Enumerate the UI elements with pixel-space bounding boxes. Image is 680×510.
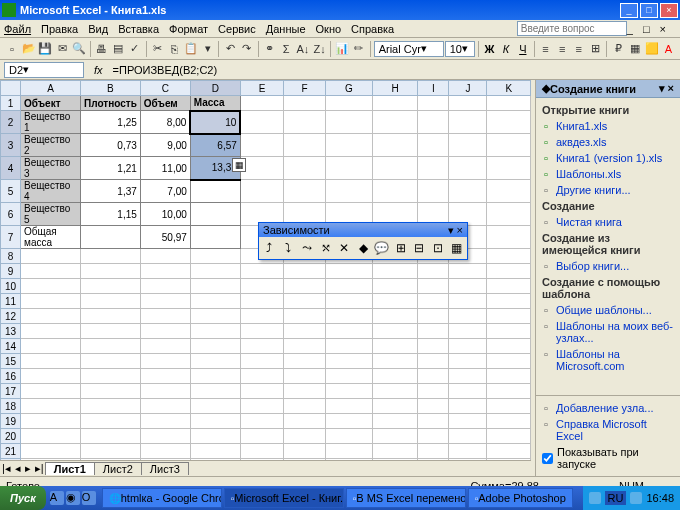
cell[interactable]: 50,97 <box>140 226 190 249</box>
link-template[interactable]: Шаблоны на Microsoft.com <box>542 346 674 374</box>
col-D[interactable]: D <box>190 81 240 96</box>
remove-precedents-icon[interactable]: ⤵ <box>280 239 297 257</box>
borders-icon[interactable]: ▦ <box>627 40 643 58</box>
link-template[interactable]: Шаблоны на моих веб-узлах... <box>542 318 674 346</box>
redo-icon[interactable]: ↷ <box>239 40 255 58</box>
menu-window[interactable]: Окно <box>316 23 342 35</box>
open-icon[interactable]: 📂 <box>21 40 37 58</box>
float-title[interactable]: Зависимости▾ × <box>259 223 467 237</box>
undo-icon[interactable]: ↶ <box>222 40 238 58</box>
link-choose-book[interactable]: Выбор книги... <box>542 258 674 274</box>
cell[interactable]: Вещество 2 <box>21 134 81 157</box>
align-left-icon[interactable]: ≡ <box>538 40 554 58</box>
col-I[interactable]: I <box>418 81 449 96</box>
tray-icon[interactable] <box>589 492 601 504</box>
col-B[interactable]: B <box>81 81 141 96</box>
link-file[interactable]: Шаблоны.xls <box>542 166 674 182</box>
menu-edit[interactable]: Правка <box>41 23 78 35</box>
cell[interactable]: Вещество 3 <box>21 157 81 180</box>
sum-icon[interactable]: Σ <box>278 40 294 58</box>
trace-error-icon[interactable]: ◆ <box>355 239 372 257</box>
cell-D3[interactable]: 6,57 <box>190 134 240 157</box>
copy-icon[interactable]: ⎘ <box>166 40 182 58</box>
evaluate-icon[interactable]: ▦ <box>448 239 465 257</box>
spreadsheet-grid[interactable]: A B C D E F G H I J K 1ОбъектПлотностьОб… <box>0 80 531 460</box>
taskbar-item[interactable]: ▫ Adobe Photoshop <box>468 488 573 508</box>
autofill-smarttag-icon[interactable]: ▦ <box>232 158 246 172</box>
chart-icon[interactable]: 📊 <box>334 40 350 58</box>
cell[interactable]: Вещество 4 <box>21 180 81 203</box>
col-H[interactable]: H <box>372 81 417 96</box>
cell[interactable] <box>190 226 240 249</box>
link-add-node[interactable]: Добавление узла... <box>542 400 674 416</box>
col-G[interactable]: G <box>325 81 372 96</box>
cell[interactable]: Объем <box>140 96 190 111</box>
row-2[interactable]: 2 <box>1 111 21 134</box>
bold-icon[interactable]: Ж <box>482 40 498 58</box>
fx-icon[interactable]: fx <box>94 64 103 76</box>
tab-sheet1[interactable]: Лист1 <box>45 462 95 475</box>
doc-close-button[interactable]: × <box>660 23 666 35</box>
comment-icon[interactable]: 💬 <box>373 239 390 257</box>
cell[interactable]: 9,00 <box>140 134 190 157</box>
cell[interactable]: 10,00 <box>140 203 190 226</box>
tab-sheet2[interactable]: Лист2 <box>94 462 142 475</box>
help-question-input[interactable] <box>517 21 627 36</box>
watch-icon[interactable]: ⊡ <box>430 239 447 257</box>
cell-D2[interactable]: 10 <box>190 111 240 134</box>
font-color-icon[interactable]: A <box>660 40 676 58</box>
cell[interactable]: Масса <box>190 96 240 111</box>
start-button[interactable]: Пуск <box>0 486 46 510</box>
clear-circles-icon[interactable]: ⊟ <box>411 239 428 257</box>
cell[interactable] <box>190 203 240 226</box>
link-more-books[interactable]: Другие книги... <box>542 182 674 198</box>
preview-icon[interactable]: ▤ <box>110 40 126 58</box>
col-K[interactable]: K <box>487 81 531 96</box>
row-9[interactable]: 9 <box>1 264 21 279</box>
spell-icon[interactable]: ✓ <box>127 40 143 58</box>
col-A[interactable]: A <box>21 81 81 96</box>
format-painter-icon[interactable]: ▾ <box>200 40 216 58</box>
cell[interactable]: Вещество 1 <box>21 111 81 134</box>
row-8[interactable]: 8 <box>1 249 21 264</box>
cell[interactable]: 1,37 <box>81 180 141 203</box>
menu-view[interactable]: Вид <box>88 23 108 35</box>
col-J[interactable]: J <box>449 81 487 96</box>
cell[interactable]: 11,00 <box>140 157 190 180</box>
draw-icon[interactable]: ✏ <box>351 40 367 58</box>
underline-icon[interactable]: Ч <box>515 40 531 58</box>
search-icon[interactable]: 🔍 <box>71 40 87 58</box>
remove-arrows-icon[interactable]: ✕ <box>336 239 353 257</box>
sort-desc-icon[interactable]: Z↓ <box>312 40 328 58</box>
taskbar-item[interactable]: 🌐 htmlка - Google Chrome <box>102 488 222 508</box>
cell[interactable]: 1,21 <box>81 157 141 180</box>
paste-icon[interactable]: 📋 <box>183 40 199 58</box>
font-name-select[interactable]: Arial Cyr ▾ <box>374 41 444 57</box>
cell[interactable] <box>81 226 141 249</box>
font-size-select[interactable]: 10 ▾ <box>445 41 475 57</box>
row-10[interactable]: 10 <box>1 279 21 294</box>
doc-restore-button[interactable]: □ <box>643 23 650 35</box>
remove-dependents-icon[interactable]: ⤲ <box>317 239 334 257</box>
row-6[interactable]: 6 <box>1 203 21 226</box>
dependencies-toolbar[interactable]: Зависимости▾ × ⤴ ⤵ ⤳ ⤲ ✕ ◆ 💬 ⊞ ⊟ ⊡ ▦ <box>258 222 468 260</box>
cell[interactable]: Общая масса <box>21 226 81 249</box>
trace-dependents-icon[interactable]: ⤳ <box>298 239 315 257</box>
align-right-icon[interactable]: ≡ <box>571 40 587 58</box>
cell[interactable]: Объект <box>21 96 81 111</box>
cell[interactable]: 8,00 <box>140 111 190 134</box>
menu-file[interactable]: Файл <box>4 23 31 35</box>
new-icon[interactable]: ▫ <box>4 40 20 58</box>
col-F[interactable]: F <box>284 81 326 96</box>
currency-icon[interactable]: ₽ <box>610 40 626 58</box>
tab-first-icon[interactable]: |◂ <box>0 462 13 475</box>
menu-format[interactable]: Формат <box>169 23 208 35</box>
menu-help[interactable]: Справка <box>351 23 394 35</box>
name-box[interactable]: D2 ▾ <box>4 62 84 78</box>
row-3[interactable]: 3 <box>1 134 21 157</box>
cell[interactable] <box>190 180 240 203</box>
cell[interactable]: 1,15 <box>81 203 141 226</box>
ql-icon[interactable]: ◉ <box>66 491 80 505</box>
clock[interactable]: 16:48 <box>646 492 674 504</box>
menu-insert[interactable]: Вставка <box>118 23 159 35</box>
